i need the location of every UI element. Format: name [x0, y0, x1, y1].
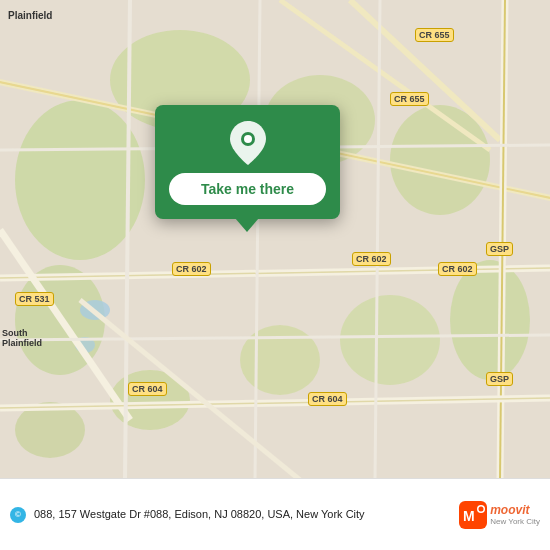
svg-point-35	[479, 506, 484, 511]
road-label-cr531: CR 531	[15, 292, 54, 306]
moovit-icon-svg: M	[459, 501, 487, 529]
take-me-there-button[interactable]: Take me there	[169, 173, 326, 205]
road-label-cr602-3: CR 602	[438, 262, 477, 276]
bottom-bar: © 088, 157 Westgate Dr #088, Edison, NJ …	[0, 478, 550, 550]
road-label-cr602-1: CR 602	[172, 262, 211, 276]
road-label-cr604-2: CR 604	[308, 392, 347, 406]
moovit-logo: M moovit New York City	[459, 501, 540, 529]
map-pin-icon	[230, 121, 266, 165]
svg-text:M: M	[463, 508, 475, 524]
road-label-gsp-2: GSP	[486, 372, 513, 386]
address-text: 088, 157 Westgate Dr #088, Edison, NJ 08…	[34, 507, 451, 521]
popup-arrow	[235, 218, 259, 232]
place-label-plainfield: Plainfield	[8, 10, 52, 21]
moovit-sub-text: New York City	[490, 517, 540, 526]
take-me-there-popup: Take me there	[155, 105, 340, 219]
road-label-cr655-2: CR 655	[390, 92, 429, 106]
svg-point-1	[15, 100, 145, 260]
osm-icon: ©	[10, 507, 26, 523]
road-label-cr602-2: CR 602	[352, 252, 391, 266]
svg-point-7	[340, 295, 440, 385]
moovit-brand-text: moovit	[490, 503, 529, 517]
moovit-text-block: moovit New York City	[490, 503, 540, 526]
road-label-cr604-1: CR 604	[128, 382, 167, 396]
svg-point-6	[450, 260, 530, 380]
place-label-south-plainfield: SouthPlainfield	[2, 328, 42, 348]
osm-attribution: ©	[10, 507, 26, 523]
svg-point-8	[240, 325, 320, 395]
road-label-gsp-1: GSP	[486, 242, 513, 256]
svg-point-5	[390, 105, 490, 215]
svg-point-31	[244, 135, 252, 143]
road-label-cr655-1: CR 655	[415, 28, 454, 42]
map-container: CR 655 CR 655 CR 602 CR 602 CR 602 CR 53…	[0, 0, 550, 550]
